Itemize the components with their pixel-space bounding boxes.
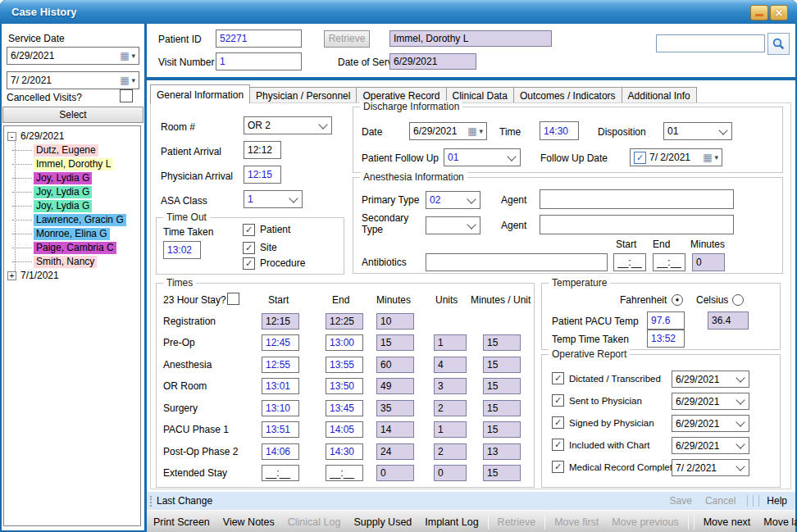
postop2-end-field[interactable]: 14:30 — [326, 443, 363, 460]
anesthesia-end-field[interactable]: 13:55 — [326, 357, 363, 373]
extended-stay-start-field[interactable]: __:__ — [262, 465, 299, 481]
postop2-start-field[interactable]: 14:06 — [262, 443, 299, 460]
physician-arrival-label: Physician Arrival — [161, 171, 233, 182]
tab-physician-personnel[interactable]: Physician / Personnel — [249, 87, 357, 103]
anesthesia-start-field[interactable]: 12:55 — [262, 357, 299, 373]
close-button[interactable]: ✕ — [770, 5, 788, 20]
search-input[interactable] — [656, 34, 765, 52]
move-next-button[interactable]: Move next — [697, 516, 758, 528]
tree-item-patient[interactable]: Paige, Cambria C — [4, 241, 140, 255]
pacu1-start-field[interactable]: 13:51 — [262, 421, 299, 438]
cancel-button[interactable]: Cancel — [705, 495, 736, 507]
tree-item-patient[interactable]: Joy, Lydia G — [4, 199, 140, 213]
primary-agent-field[interactable] — [540, 189, 734, 209]
timeout-patient-checkbox[interactable]: ✓ — [243, 224, 255, 236]
or-room-start-field[interactable]: 13:01 — [262, 378, 299, 394]
celsius-radio[interactable] — [732, 294, 744, 306]
sent-date-dropdown[interactable]: 6/29/2021 — [672, 393, 749, 410]
tree-node-date[interactable]: -6/29/2021 — [4, 130, 140, 143]
timeout-procedure-checkbox[interactable]: ✓ — [243, 257, 255, 270]
dictated-date-dropdown[interactable]: 6/29/2021 — [672, 371, 749, 388]
23-hour-stay-checkbox[interactable] — [227, 293, 239, 305]
record-complete-date-dropdown[interactable]: 7/ 2/2021 — [672, 459, 749, 476]
physician-arrival-field[interactable]: 12:15 — [244, 166, 281, 184]
visit-number-field[interactable]: 1 — [216, 52, 302, 70]
sent-checkbox[interactable]: ✓ — [552, 394, 564, 407]
asa-class-dropdown[interactable]: 1 — [244, 190, 303, 208]
pacu-temp-f-field[interactable]: 97.6 — [647, 311, 685, 330]
antibiotics-end-field[interactable]: __:__ — [653, 253, 685, 271]
patient-arrival-field[interactable]: 12:12 — [244, 141, 281, 159]
window-title: Case History — [11, 6, 76, 18]
tree-item-patient[interactable]: Monroe, Elina G — [4, 227, 140, 241]
time-taken-label: Time Taken — [163, 226, 213, 238]
surgery-start-field[interactable]: 13:10 — [262, 400, 299, 416]
select-button[interactable]: Select — [2, 107, 143, 123]
timeout-site-checkbox[interactable]: ✓ — [243, 242, 255, 254]
tree-item-patient[interactable]: Smith, Nancy — [4, 255, 140, 269]
tree-item-patient[interactable]: Immel, Dorothy L — [4, 157, 140, 171]
fahrenheit-radio[interactable]: ● — [672, 294, 683, 306]
primary-type-dropdown[interactable]: 02 — [426, 191, 480, 209]
secondary-type-dropdown[interactable] — [426, 216, 480, 234]
clinical-log-button[interactable]: Clinical Log — [281, 516, 348, 528]
tree-item-patient[interactable]: Joy, Lydia G — [4, 171, 140, 185]
save-button[interactable]: Save — [670, 495, 692, 507]
room-dropdown[interactable]: OR 2 — [244, 116, 332, 134]
tree-item-patient[interactable]: Lawrence, Gracin G — [4, 213, 140, 227]
patient-follow-up-dropdown[interactable]: 01 — [444, 148, 521, 166]
minimize-button[interactable] — [750, 5, 768, 20]
secondary-agent-field[interactable] — [540, 215, 734, 234]
antibiotics-field[interactable] — [426, 253, 608, 271]
record-complete-checkbox[interactable]: ✓ — [552, 461, 564, 473]
preop-start-field[interactable]: 12:45 — [262, 334, 299, 351]
dictated-checkbox[interactable]: ✓ — [552, 372, 564, 384]
service-date-from-picker[interactable]: 6/29/2021 ▦ ▾ — [7, 47, 139, 65]
move-previous-button[interactable]: Move previous — [605, 516, 685, 528]
expand-icon[interactable]: + — [7, 271, 16, 280]
included-date-dropdown[interactable]: 6/29/2021 — [672, 437, 749, 454]
included-checkbox[interactable]: ✓ — [552, 439, 564, 451]
follow-up-date-picker[interactable]: ✓ 7/ 2/2021 ▦ ▾ — [630, 148, 722, 166]
pacu1-end-field[interactable]: 14:05 — [326, 421, 363, 438]
cancelled-visits-checkbox[interactable] — [120, 89, 133, 102]
surgery-units-field: 2 — [434, 400, 467, 416]
dropdown-arrow-icon[interactable]: ▾ — [131, 52, 135, 60]
move-last-button[interactable]: Move last — [757, 516, 797, 528]
follow-up-date-checkbox[interactable]: ✓ — [634, 152, 646, 164]
extended-stay-end-field[interactable]: __:__ — [326, 465, 363, 481]
or-room-end-field[interactable]: 13:50 — [326, 378, 363, 394]
supply-used-button[interactable]: Supply Used — [347, 516, 418, 528]
print-screen-button[interactable]: Print Screen — [147, 516, 216, 528]
dropdown-arrow-icon[interactable]: ▾ — [479, 127, 483, 135]
view-notes-button[interactable]: View Notes — [216, 516, 281, 528]
temp-time-taken-field[interactable]: 13:52 — [647, 330, 685, 348]
tree-node-date[interactable]: +7/1/2021 — [4, 269, 140, 283]
preop-end-field[interactable]: 13:00 — [326, 334, 363, 351]
status-help-button[interactable]: Help — [767, 495, 787, 507]
surgery-end-field[interactable]: 13:45 — [326, 400, 363, 416]
retrieve-button[interactable]: Retrieve — [324, 30, 370, 48]
dropdown-arrow-icon[interactable]: ▾ — [714, 153, 718, 161]
search-button[interactable] — [767, 33, 790, 55]
tab-general-information[interactable]: General Information — [150, 84, 250, 103]
patient-id-field[interactable]: 52271 — [216, 30, 302, 48]
service-date-to-picker[interactable]: 7/ 2/2021 ▦ ▾ — [7, 71, 139, 89]
preop-units-field: 1 — [434, 334, 467, 351]
retrieve-toolbar-button[interactable]: Retrieve — [491, 516, 543, 528]
implant-log-button[interactable]: Implant Log — [418, 516, 485, 528]
signed-checkbox[interactable]: ✓ — [552, 416, 564, 429]
tab-outcomes-indicators[interactable]: Outcomes / Indicators — [513, 87, 622, 103]
tree-item-patient[interactable]: Dutz, Eugene — [4, 143, 140, 157]
signed-date-dropdown[interactable]: 6/29/2021 — [672, 415, 749, 432]
antibiotics-start-field[interactable]: __:__ — [613, 253, 646, 271]
tab-additional-info[interactable]: Additional Info — [622, 87, 697, 103]
dropdown-arrow-icon[interactable]: ▾ — [131, 76, 135, 84]
discharge-date-picker[interactable]: 6/29/2021 ▦ ▾ — [409, 122, 487, 140]
time-taken-field[interactable]: 13:02 — [163, 241, 201, 259]
discharge-time-field[interactable]: 14:30 — [540, 121, 579, 140]
disposition-dropdown[interactable]: 01 — [663, 122, 732, 140]
move-first-button[interactable]: Move first — [548, 516, 605, 528]
tree-item-patient[interactable]: Joy, Lydia G — [4, 185, 140, 199]
collapse-icon[interactable]: - — [7, 132, 16, 141]
